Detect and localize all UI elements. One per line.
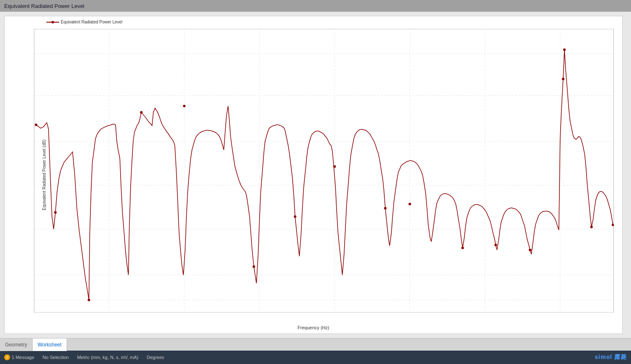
message-icon: ! [4,354,10,360]
legend-label: Equivalent Radiated Power Level [61,20,122,24]
data-point [35,123,37,126]
data-point [384,207,386,210]
tab-worksheet[interactable]: Worksheet [33,338,67,351]
selection-text: No Selection [43,355,69,360]
x-axis-label: Frequency (Hz) [298,325,330,330]
chart-container: Equivalent Radiated Power Level Equivale… [4,16,623,334]
tab-worksheet-label: Worksheet [38,342,62,348]
units-status: Metric (mm, kg, N, s, mV, mA) [77,355,138,360]
status-bar: ! 1 Message No Selection Metric (mm, kg,… [0,351,631,364]
data-point [409,203,411,205]
data-point [294,215,296,218]
chart-legend: Equivalent Radiated Power Level [46,20,122,24]
data-point [494,244,497,246]
window-title: Equivalent Radiated Power Level [4,3,85,9]
tab-geometry[interactable]: Geometry [0,338,33,351]
data-point [88,299,90,301]
data-point [183,105,185,107]
svg-rect-16 [34,29,614,313]
data-point [612,224,614,226]
angle-text: Degrees [147,355,164,360]
data-point [563,49,566,51]
data-point [590,226,593,228]
chart-svg: 50. 25. 0. -25. -50. -71.86 60.135 20.83… [34,29,614,313]
units-text: Metric (mm, kg, N, s, mV, mA) [77,355,138,360]
tab-geometry-label: Geometry [5,342,27,348]
message-text: 1 Message [12,355,34,360]
brand-logo: simol 露菱 [595,354,627,361]
chart-line [36,50,613,300]
data-point [252,265,255,268]
chart-area: 50. 25. 0. -25. -50. -71.86 60.135 20.83… [34,29,614,313]
data-point [333,165,336,168]
data-point [562,78,564,80]
data-point [461,246,464,249]
selection-status: No Selection [43,355,69,360]
legend-line-icon [46,22,59,23]
message-status: ! 1 Message [4,354,34,360]
main-content: Equivalent Radiated Power Level Equivale… [0,12,631,338]
data-point [140,111,142,113]
angle-status: Degrees [147,355,164,360]
data-point [54,211,57,214]
tabs-bar: Geometry Worksheet [0,338,631,351]
title-bar: Equivalent Radiated Power Level [0,0,631,12]
data-point [529,249,531,251]
